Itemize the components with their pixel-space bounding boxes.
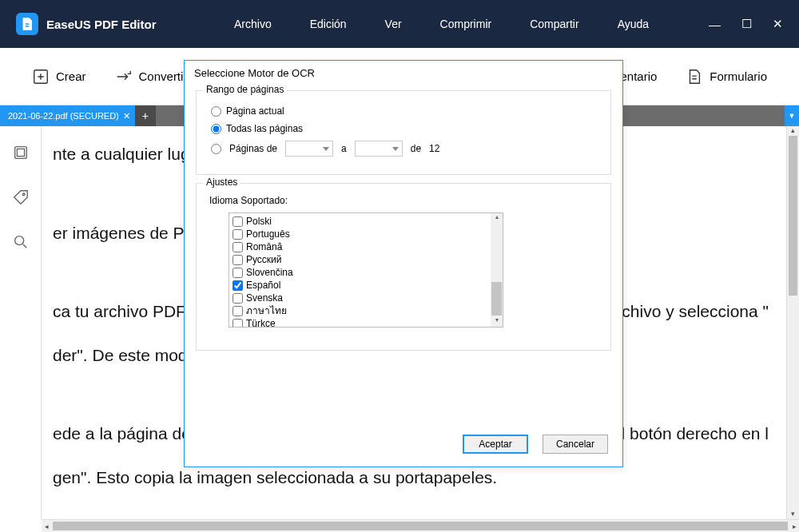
svg-point-4 <box>14 236 23 245</box>
horizontal-scrollbar[interactable]: ◂ ▸ <box>42 519 799 532</box>
language-item[interactable]: Slovenčina <box>233 266 499 279</box>
language-name: Português <box>246 228 290 240</box>
language-item[interactable]: ภาษาไทย <box>233 304 499 317</box>
lang-scroll-up-icon[interactable]: ▴ <box>491 213 503 224</box>
dialog-title: Seleccione Motor de OCR <box>185 61 622 85</box>
language-name: ภาษาไทย <box>246 304 287 317</box>
menu-edit[interactable]: Edición <box>310 18 347 30</box>
convert-label: Convertir <box>139 69 188 83</box>
language-scrollbar[interactable]: ▴ ▾ <box>491 213 503 327</box>
language-item[interactable]: Русский <box>233 253 499 266</box>
side-rail <box>0 126 42 519</box>
radio-current-page[interactable]: Página actual <box>211 105 596 117</box>
language-listbox[interactable]: PolskiPortuguêsRomânăРусскийSlovenčinaEs… <box>229 212 503 328</box>
language-checkbox[interactable] <box>233 280 243 291</box>
add-tab-button[interactable]: + <box>135 105 156 126</box>
menu-share[interactable]: Compartir <box>530 18 578 30</box>
language-item[interactable]: Svenska <box>233 292 499 304</box>
menu-file[interactable]: Archivo <box>234 18 272 30</box>
radio-all-input[interactable] <box>211 124 221 134</box>
language-label: Idioma Soportado: <box>209 195 598 206</box>
accept-button[interactable]: Aceptar <box>463 435 528 454</box>
page-range-legend: Rango de páginas <box>203 84 287 95</box>
convert-button[interactable]: Convertir <box>115 68 188 85</box>
language-name: Svenska <box>246 292 283 304</box>
tab-dropdown-icon[interactable]: ▼ <box>785 105 799 126</box>
language-name: Română <box>246 240 282 253</box>
app-logo-icon <box>16 13 38 35</box>
window-controls: — ☐ ✕ <box>709 17 783 31</box>
tag-icon[interactable] <box>12 189 30 206</box>
minimize-icon[interactable]: — <box>709 18 721 31</box>
language-item[interactable]: Português <box>233 228 499 240</box>
language-name: Slovenčina <box>246 266 293 279</box>
language-item[interactable]: Español <box>233 279 499 292</box>
plus-icon <box>32 68 50 85</box>
scroll-right-icon[interactable]: ▸ <box>789 520 799 532</box>
page-from-combo[interactable] <box>285 141 333 157</box>
total-pages: 12 <box>429 143 439 154</box>
radio-range-input[interactable] <box>211 144 221 154</box>
radio-all-pages[interactable]: Todas las páginas <box>211 123 596 134</box>
title-bar: EaseUS PDF Editor Archivo Edición Ver Co… <box>0 0 799 48</box>
settings-group: Ajustes Idioma Soportado: PolskiPortuguê… <box>196 183 611 351</box>
language-checkbox[interactable] <box>233 268 243 278</box>
language-item[interactable]: Polski <box>233 215 499 228</box>
language-checkbox[interactable] <box>233 229 243 240</box>
search-icon[interactable] <box>12 233 30 251</box>
scroll-thumb[interactable] <box>789 136 797 296</box>
lang-scroll-down-icon[interactable]: ▾ <box>491 316 503 327</box>
to-label: a <box>341 143 347 154</box>
radio-all-label: Todas las páginas <box>226 123 303 134</box>
language-name: Русский <box>246 253 282 266</box>
convert-icon <box>115 68 133 85</box>
text-line: der". De este modo <box>53 346 197 364</box>
svg-point-3 <box>22 193 25 196</box>
language-checkbox[interactable] <box>233 255 243 265</box>
ocr-engine-dialog: Seleccione Motor de OCR Rango de páginas… <box>184 60 623 467</box>
page-range-group: Rango de páginas Página actual Todas las… <box>196 90 611 175</box>
create-button[interactable]: Crear <box>32 68 86 85</box>
text-line: ede a la página do <box>53 412 191 456</box>
language-checkbox[interactable] <box>233 293 243 304</box>
thumbnails-icon[interactable] <box>12 144 30 161</box>
radio-current-input[interactable] <box>211 106 221 117</box>
scroll-up-icon[interactable]: ▴ <box>787 126 799 136</box>
text-line: ca tu archivo PDF e <box>53 290 200 334</box>
page-to-combo[interactable] <box>355 141 403 157</box>
document-tab[interactable]: 2021-06-22.pdf (SECURED) ✕ <box>0 105 135 126</box>
tab-close-icon[interactable]: ✕ <box>123 111 130 121</box>
language-item[interactable]: Türkçe <box>233 317 499 328</box>
svg-rect-2 <box>17 149 24 156</box>
form-button[interactable]: Formulario <box>686 68 767 85</box>
text-line: n el botón derecho en l <box>598 412 769 456</box>
cancel-button[interactable]: Cancelar <box>543 435 608 454</box>
menu-compress[interactable]: Comprimir <box>440 18 492 30</box>
menu-view[interactable]: Ver <box>385 18 402 30</box>
language-checkbox[interactable] <box>233 319 243 328</box>
text-line: nte a cualquier luga <box>53 145 199 163</box>
hscroll-thumb[interactable] <box>53 522 788 530</box>
settings-legend: Ajustes <box>203 177 240 188</box>
close-icon[interactable]: ✕ <box>773 17 783 31</box>
document-tab-label: 2021-06-22.pdf (SECURED) <box>8 111 119 121</box>
language-name: Español <box>246 279 280 292</box>
scroll-left-icon[interactable]: ◂ <box>42 520 51 532</box>
maximize-icon[interactable]: ☐ <box>741 17 752 31</box>
vertical-scrollbar[interactable]: ▴ ▾ <box>786 126 799 519</box>
app-title: EaseUS PDF Editor <box>46 18 157 31</box>
text-line: er imágenes de PDI <box>53 224 201 242</box>
scroll-down-icon[interactable]: ▾ <box>787 510 799 519</box>
language-name: Polski <box>246 215 272 228</box>
form-icon <box>686 68 703 85</box>
language-checkbox[interactable] <box>233 306 243 316</box>
language-item[interactable]: Română <box>233 240 499 253</box>
app-logo: EaseUS PDF Editor <box>16 13 157 35</box>
menu-help[interactable]: Ayuda <box>618 18 649 30</box>
lang-scroll-thumb[interactable] <box>491 282 502 316</box>
language-name: Türkçe <box>246 317 276 328</box>
language-checkbox[interactable] <box>233 216 243 227</box>
language-checkbox[interactable] <box>233 242 243 252</box>
text-line: gen". Esto copia la imagen seleccionada … <box>53 468 497 486</box>
dialog-footer: Aceptar Cancelar <box>185 422 622 466</box>
